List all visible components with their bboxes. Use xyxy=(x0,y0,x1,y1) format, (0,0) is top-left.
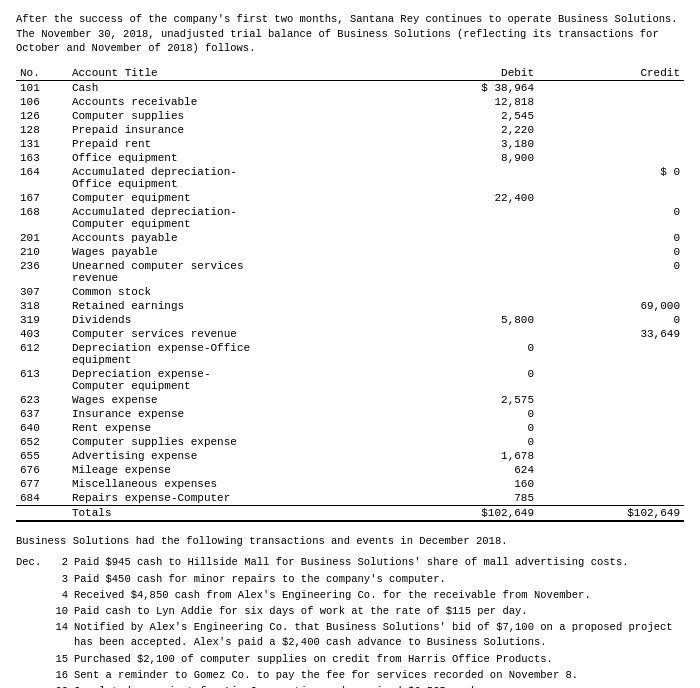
row-no: 106 xyxy=(16,95,68,109)
row-no: 677 xyxy=(16,477,68,491)
row-title: Depreciation expense- Computer equipment xyxy=(68,367,392,393)
row-title: Accumulated depreciation- Office equipme… xyxy=(68,165,392,191)
row-no: 128 xyxy=(16,123,68,137)
row-credit: 0 xyxy=(538,245,684,259)
row-credit xyxy=(538,407,684,421)
row-debit xyxy=(392,327,538,341)
row-credit: 0 xyxy=(538,313,684,327)
row-debit xyxy=(392,259,538,285)
row-credit xyxy=(538,491,684,506)
list-item: 4Received $4,850 cash from Alex's Engine… xyxy=(48,588,680,603)
row-debit: 22,400 xyxy=(392,191,538,205)
row-title: Advertising expense xyxy=(68,449,392,463)
entry-text: Notified by Alex's Engineering Co. that … xyxy=(74,620,680,650)
list-item: 3Paid $450 cash for minor repairs to the… xyxy=(48,572,680,587)
list-item: 10Paid cash to Lyn Addie for six days of… xyxy=(48,604,680,619)
entry-number: 16 xyxy=(48,668,74,683)
row-title: Wages expense xyxy=(68,393,392,407)
row-debit: 5,800 xyxy=(392,313,538,327)
row-no: 236 xyxy=(16,259,68,285)
entry-number: 20 xyxy=(48,684,74,688)
row-no: 168 xyxy=(16,205,68,231)
row-debit: 1,678 xyxy=(392,449,538,463)
transactions-header: Business Solutions had the following tra… xyxy=(16,534,684,549)
row-debit xyxy=(392,245,538,259)
row-no: 676 xyxy=(16,463,68,477)
row-no: 318 xyxy=(16,299,68,313)
row-debit: 0 xyxy=(392,435,538,449)
entry-number: 2 xyxy=(48,555,74,570)
row-title: Repairs expense-Computer xyxy=(68,491,392,506)
row-no: 640 xyxy=(16,421,68,435)
row-no: 655 xyxy=(16,449,68,463)
row-no: 403 xyxy=(16,327,68,341)
row-no: 164 xyxy=(16,165,68,191)
row-debit: 2,575 xyxy=(392,393,538,407)
row-credit: 33,649 xyxy=(538,327,684,341)
row-debit: 12,818 xyxy=(392,95,538,109)
col-header-no: No. xyxy=(16,66,68,81)
row-credit xyxy=(538,285,684,299)
entry-text: Received $4,850 cash from Alex's Enginee… xyxy=(74,588,680,603)
row-title: Accumulated depreciation- Computer equip… xyxy=(68,205,392,231)
row-debit xyxy=(392,299,538,313)
entry-text: Sent a reminder to Gomez Co. to pay the … xyxy=(74,668,680,683)
row-no: 652 xyxy=(16,435,68,449)
row-no: 167 xyxy=(16,191,68,205)
row-no: 307 xyxy=(16,285,68,299)
entry-text: Purchased $2,100 of computer supplies on… xyxy=(74,652,680,667)
row-no: 131 xyxy=(16,137,68,151)
row-no: 637 xyxy=(16,407,68,421)
row-title: Retained earnings xyxy=(68,299,392,313)
row-credit: $102,649 xyxy=(538,506,684,522)
row-no: 163 xyxy=(16,151,68,165)
row-debit: 624 xyxy=(392,463,538,477)
row-title: Computer services revenue xyxy=(68,327,392,341)
row-title: Office equipment xyxy=(68,151,392,165)
row-title: Miscellaneous expenses xyxy=(68,477,392,491)
row-credit xyxy=(538,81,684,96)
list-item: 16Sent a reminder to Gomez Co. to pay th… xyxy=(48,668,680,683)
row-title: Common stock xyxy=(68,285,392,299)
row-credit xyxy=(538,421,684,435)
row-debit: $ 38,964 xyxy=(392,81,538,96)
row-credit xyxy=(538,123,684,137)
row-credit xyxy=(538,341,684,367)
row-title: Computer supplies xyxy=(68,109,392,123)
row-debit xyxy=(392,165,538,191)
row-title: Depreciation expense-Office equipment xyxy=(68,341,392,367)
row-credit xyxy=(538,367,684,393)
row-title: Computer equipment xyxy=(68,191,392,205)
row-title: Unearned computer services revenue xyxy=(68,259,392,285)
row-no: 101 xyxy=(16,81,68,96)
row-no: 613 xyxy=(16,367,68,393)
row-credit xyxy=(538,191,684,205)
row-debit xyxy=(392,205,538,231)
entry-number: 10 xyxy=(48,604,74,619)
col-header-credit: Credit xyxy=(538,66,684,81)
row-debit: 0 xyxy=(392,407,538,421)
row-credit xyxy=(538,435,684,449)
row-credit xyxy=(538,109,684,123)
row-credit: 69,000 xyxy=(538,299,684,313)
list-item: 14Notified by Alex's Engineering Co. tha… xyxy=(48,620,680,650)
row-credit xyxy=(538,463,684,477)
col-header-title: Account Title xyxy=(68,66,392,81)
list-item: 20Completed a project for Liu Corporatio… xyxy=(48,684,680,688)
row-title: Accounts payable xyxy=(68,231,392,245)
row-credit: $ 0 xyxy=(538,165,684,191)
row-credit xyxy=(538,95,684,109)
entry-number: 3 xyxy=(48,572,74,587)
row-credit: 0 xyxy=(538,231,684,245)
trial-balance-table: No. Account Title Debit Credit 101Cash$ … xyxy=(16,66,684,522)
row-title: Rent expense xyxy=(68,421,392,435)
row-title: Prepaid rent xyxy=(68,137,392,151)
row-debit: 0 xyxy=(392,421,538,435)
row-no: 623 xyxy=(16,393,68,407)
row-no: 612 xyxy=(16,341,68,367)
transactions-section: Business Solutions had the following tra… xyxy=(16,534,684,688)
entry-number: 14 xyxy=(48,620,74,650)
row-title: Prepaid insurance xyxy=(68,123,392,137)
row-debit xyxy=(392,231,538,245)
row-title: Computer supplies expense xyxy=(68,435,392,449)
